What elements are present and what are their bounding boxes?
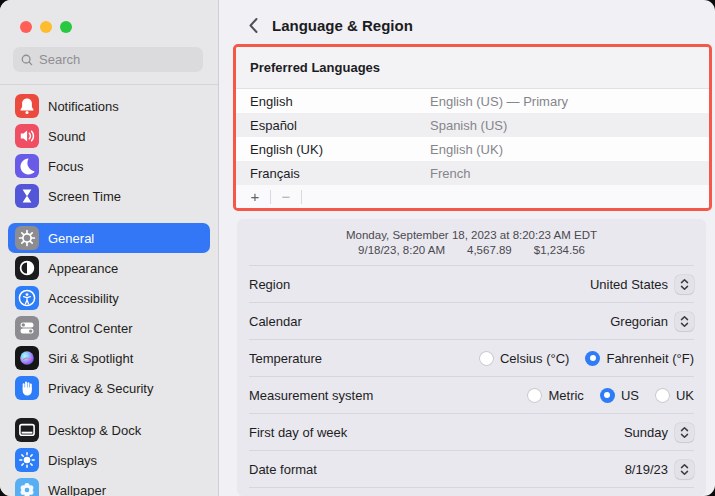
language-name: Español (250, 118, 430, 133)
preview-currency: $1,234.56 (534, 244, 585, 256)
sidebar-item-privacy-security[interactable]: Privacy & Security (8, 373, 210, 403)
sidebar-item-label: Control Center (48, 321, 133, 336)
radio-label: Fahrenheit (°F) (606, 351, 694, 366)
zoom-button[interactable] (60, 21, 72, 33)
preview-formats: 9/18/23, 8:20 AM4,567.89$1,234.56 (347, 244, 596, 256)
sun-icon (15, 448, 39, 472)
sidebar-item-sound[interactable]: Sound (8, 121, 210, 151)
sidebar-item-control-center[interactable]: Control Center (8, 313, 210, 343)
sidebar-item-notifications[interactable]: Notifications (8, 91, 210, 121)
first-day-row: First day of week Sunday (249, 413, 694, 450)
radio-icon[interactable] (527, 388, 542, 403)
sidebar-item-label: General (48, 231, 94, 246)
sidebar-item-siri-spotlight[interactable]: Siri & Spotlight (8, 343, 210, 373)
language-name: English (250, 94, 430, 109)
toggles-icon (15, 316, 39, 340)
sidebar-item-accessibility[interactable]: Accessibility (8, 283, 210, 313)
measurement-label: Measurement system (249, 388, 373, 403)
calendar-label: Calendar (249, 314, 302, 329)
radio-label: Celsius (°C) (500, 351, 569, 366)
preferred-languages-title: Preferred Languages (236, 47, 709, 89)
calendar-value: Gregorian (610, 314, 668, 329)
temperature-label: Temperature (249, 351, 322, 366)
first-day-label: First day of week (249, 425, 347, 440)
radio-label: UK (676, 388, 694, 403)
sidebar-group: GeneralAppearanceAccessibilityControl Ce… (8, 223, 210, 403)
region-label: Region (249, 277, 290, 292)
region-settings-card: Monday, September 18, 2023 at 8:20:23 AM… (237, 219, 706, 496)
radio-icon[interactable] (655, 388, 670, 403)
radio-selected-icon[interactable] (585, 351, 600, 366)
sidebar-item-label: Desktop & Dock (48, 423, 141, 438)
flower-icon (15, 478, 39, 496)
sidebar-item-label: Displays (48, 453, 97, 468)
sidebar-group: NotificationsSoundFocusScreen Time (8, 91, 210, 211)
gear-icon (15, 226, 39, 250)
sidebar-item-wallpaper[interactable]: Wallpaper (8, 475, 210, 496)
radio-option[interactable]: US (600, 388, 639, 403)
preferred-languages-list: EnglishEnglish (US) — PrimaryEspañolSpan… (236, 89, 709, 185)
sidebar-item-label: Wallpaper (48, 483, 106, 496)
hourglass-icon (15, 184, 39, 208)
page-title: Language & Region (272, 17, 413, 34)
language-list-toolbar: + − (236, 185, 709, 209)
radio-option[interactable]: Fahrenheit (°F) (585, 351, 694, 366)
date-format-value: 8/19/23 (625, 462, 668, 477)
radio-option[interactable]: Metric (527, 388, 583, 403)
sidebar: Search NotificationsSoundFocusScreen Tim… (0, 0, 219, 496)
chevron-left-icon (248, 17, 259, 34)
sidebar-item-desktop-dock[interactable]: Desktop & Dock (8, 415, 210, 445)
radio-option[interactable]: UK (655, 388, 694, 403)
sidebar-item-screen-time[interactable]: Screen Time (8, 181, 210, 211)
radio-option[interactable]: Celsius (°C) (479, 351, 569, 366)
hand-icon (15, 376, 39, 400)
sidebar-item-label: Siri & Spotlight (48, 351, 133, 366)
language-region-pane: Language & Region Preferred Languages En… (219, 0, 715, 496)
dock-icon (15, 418, 39, 442)
sidebar-nav: NotificationsSoundFocusScreen TimeGenera… (0, 85, 218, 496)
sidebar-item-focus[interactable]: Focus (8, 151, 210, 181)
radio-selected-icon[interactable] (600, 388, 615, 403)
calendar-stepper[interactable] (675, 312, 694, 331)
temperature-radio-group: Celsius (°C)Fahrenheit (°F) (479, 351, 694, 366)
format-preview: Monday, September 18, 2023 at 8:20:23 AM… (237, 219, 706, 265)
first-day-stepper[interactable] (675, 423, 694, 442)
measurement-row: Measurement system MetricUSUK (249, 376, 694, 413)
preview-short-date: 9/18/23, 8:20 AM (358, 244, 445, 256)
sidebar-item-general[interactable]: General (8, 223, 210, 253)
language-row[interactable]: EnglishEnglish (US) — Primary (236, 89, 709, 113)
contrast-icon (15, 256, 39, 280)
speaker-icon (15, 124, 39, 148)
temperature-row: Temperature Celsius (°C)Fahrenheit (°F) (249, 339, 694, 376)
remove-language-button[interactable]: − (279, 190, 293, 204)
language-detail: French (430, 166, 470, 181)
moon-icon (15, 154, 39, 178)
sidebar-group: Desktop & DockDisplaysWallpaper (8, 415, 210, 496)
sidebar-item-label: Sound (48, 129, 86, 144)
search-placeholder: Search (39, 52, 80, 67)
region-stepper[interactable] (675, 275, 694, 294)
date-format-row: Date format 8/19/23 (249, 450, 694, 487)
minimize-button[interactable] (40, 21, 52, 33)
language-row[interactable]: English (UK)English (UK) (236, 137, 709, 161)
sidebar-item-label: Accessibility (48, 291, 119, 306)
language-row[interactable]: EspañolSpanish (US) (236, 113, 709, 137)
system-settings-window: Search NotificationsSoundFocusScreen Tim… (0, 0, 715, 496)
add-language-button[interactable]: + (248, 190, 262, 204)
language-detail: Spanish (US) (430, 118, 507, 133)
language-row[interactable]: FrançaisFrench (236, 161, 709, 185)
radio-icon[interactable] (479, 351, 494, 366)
chevron-up-down-icon (679, 315, 690, 328)
sidebar-item-label: Focus (48, 159, 83, 174)
back-button[interactable] (248, 17, 259, 34)
window-controls (0, 0, 218, 33)
annotation-highlight: Preferred Languages EnglishEnglish (US) … (233, 44, 712, 211)
sidebar-item-displays[interactable]: Displays (8, 445, 210, 475)
close-button[interactable] (20, 21, 32, 33)
date-format-stepper[interactable] (675, 460, 694, 479)
search-input[interactable]: Search (13, 47, 203, 72)
bell-icon (15, 94, 39, 118)
sidebar-item-label: Screen Time (48, 189, 121, 204)
sidebar-item-appearance[interactable]: Appearance (8, 253, 210, 283)
toolbar-divider (301, 190, 302, 204)
